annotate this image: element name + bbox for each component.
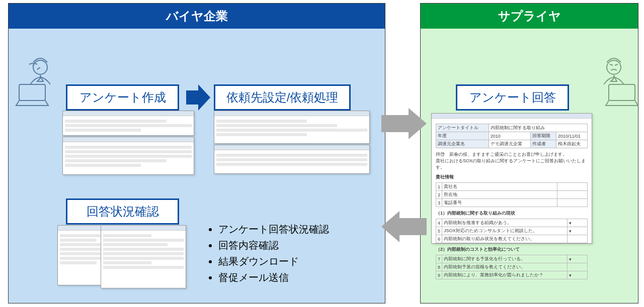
step-request-setup: 依頼先設定/依頼処理 bbox=[214, 84, 351, 111]
svg-marker-5 bbox=[186, 84, 210, 111]
form-title-label: アンケートタイトル bbox=[436, 124, 489, 132]
arrow-to-buyer-icon bbox=[381, 211, 427, 242]
supplier-person-icon bbox=[589, 55, 639, 111]
step-status-check: 回答状況確認 bbox=[66, 198, 179, 225]
list-item: 結果ダウンロード bbox=[218, 253, 329, 269]
buyer-panel-title: バイヤ企業 bbox=[9, 4, 385, 29]
status-feature-list: アンケート回答状況確認 回答内容確認 結果ダウンロード 督促メール送信 bbox=[206, 221, 329, 285]
step-create-survey: アンケート作成 bbox=[66, 84, 179, 111]
step-answer-survey: アンケート回答 bbox=[456, 84, 569, 111]
arrow-right-icon bbox=[186, 84, 210, 111]
survey-form-screenshot: アンケートタイトル 内部統制に関する取り組み 年度 2010 回答期限 2010… bbox=[431, 113, 592, 244]
form-title-value: 内部統制に関する取り組み bbox=[489, 124, 587, 132]
screenshot-placeholder bbox=[214, 111, 370, 144]
svg-marker-7 bbox=[381, 211, 427, 242]
supplier-panel-title: サプライヤ bbox=[421, 4, 638, 29]
svg-point-2 bbox=[33, 65, 34, 66]
buyer-person-icon bbox=[15, 55, 65, 111]
svg-point-3 bbox=[607, 60, 621, 74]
screenshot-placeholder bbox=[62, 111, 194, 136]
svg-marker-6 bbox=[381, 108, 427, 139]
list-item: 回答内容確認 bbox=[218, 237, 329, 253]
svg-rect-1 bbox=[19, 84, 45, 100]
screenshot-placeholder bbox=[101, 225, 186, 288]
svg-rect-4 bbox=[609, 84, 635, 100]
screenshot-placeholder bbox=[62, 137, 194, 175]
list-item: 督促メール送信 bbox=[218, 269, 329, 285]
list-item: アンケート回答状況確認 bbox=[218, 221, 329, 237]
screenshot-placeholder bbox=[214, 145, 370, 174]
arrow-to-supplier-icon bbox=[381, 108, 427, 139]
